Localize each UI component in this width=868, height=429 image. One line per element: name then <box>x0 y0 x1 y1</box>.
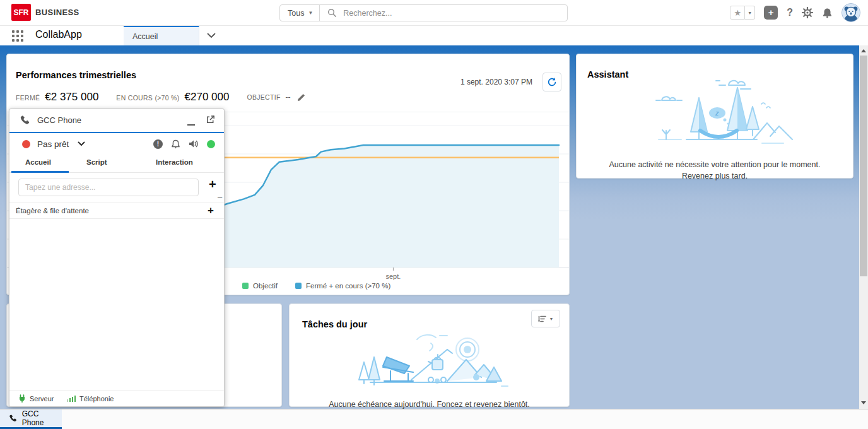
speaker-icon[interactable] <box>189 139 199 148</box>
phone-status-icons: ! <box>153 139 216 149</box>
main-content: Performances trimestrielles 1 sept. 2020… <box>0 45 868 409</box>
legend-objectif: Objectif <box>242 282 278 290</box>
metric-open-value: €270 000 <box>185 91 230 103</box>
phone-tab-interaction[interactable]: Interaction <box>156 158 193 166</box>
assistant-empty-message: Aucune activité ne nécessite votre atten… <box>594 159 835 182</box>
phone-status-label: Pas prêt <box>37 139 69 149</box>
phone-icon <box>19 115 30 126</box>
arrow-down-icon <box>861 401 866 404</box>
metric-open: EN COURS (>70 %) €270 000 <box>116 91 229 103</box>
svg-text:z: z <box>715 109 719 117</box>
assistant-card: Assistant <box>576 54 853 179</box>
scroll-down-button[interactable] <box>859 397 868 408</box>
phone-footer: Serveur Téléphonie <box>9 390 224 406</box>
refresh-button[interactable] <box>542 73 561 91</box>
app-nav-bar: CollabApp Accueil <box>0 25 868 45</box>
sort-icon <box>538 315 546 322</box>
metric-closed-label: FERMÉ <box>16 94 40 102</box>
global-header: SFR BUSINESS Tous ▼ ★ ▼ + ? <box>0 0 868 26</box>
utility-gcc-phone-item[interactable]: GCC Phone <box>0 409 62 429</box>
tab-dropdown-chevron-icon[interactable] <box>199 25 223 45</box>
phone-tabs: Accueil Script Interaction <box>9 155 224 173</box>
connection-status-dot <box>207 140 215 148</box>
legend-ferme-label: Fermé + en cours (>70 %) <box>306 282 390 290</box>
scroll-up-button[interactable] <box>859 45 868 56</box>
server-status: Serveur <box>18 394 54 403</box>
screen: SFR BUSINESS Tous ▼ ★ ▼ + ? <box>0 0 868 429</box>
tasks-title: Tâches du jour <box>302 319 367 329</box>
edit-goal-pencil-icon[interactable] <box>297 93 305 102</box>
help-icon[interactable]: ? <box>787 7 793 18</box>
utility-bar: GCC Phone <box>0 409 868 429</box>
telephony-label: Téléphonie <box>79 395 114 403</box>
plug-icon <box>18 394 26 403</box>
shelf-queue-row[interactable]: Étagère & file d'attente + <box>9 203 224 219</box>
info-icon[interactable]: ! <box>153 139 163 149</box>
app-name: CollabApp <box>35 29 82 40</box>
telephony-status: Téléphonie <box>67 395 114 403</box>
legend-swatch-blue <box>295 283 302 289</box>
search-scope-label: Tous <box>288 9 304 18</box>
phone-tab-accueil[interactable]: Accueil <box>25 158 51 166</box>
assistant-title: Assistant <box>587 69 628 79</box>
performance-metrics: FERMÉ €2 375 000 EN COURS (>70 %) €270 0… <box>16 91 305 103</box>
tasks-empty-message: Aucune échéance aujourd'hui. Foncez et r… <box>302 400 556 409</box>
minimize-icon[interactable] <box>187 124 195 126</box>
legend-ferme-en-cours: Fermé + en cours (>70 %) <box>295 282 390 290</box>
server-label: Serveur <box>30 395 54 403</box>
scrollbar-thumb[interactable] <box>860 56 867 276</box>
search-scope-dropdown[interactable]: Tous ▼ <box>280 5 320 21</box>
search-input[interactable] <box>337 9 567 18</box>
chevron-down-icon: ▼ <box>549 317 554 321</box>
phone-tab-script[interactable]: Script <box>86 158 107 166</box>
add-shelf-button[interactable]: + <box>208 204 214 217</box>
search-icon <box>327 8 337 18</box>
shelf-queue-label: Étagère & file d'attente <box>16 207 89 214</box>
favorite-star-icon[interactable]: ★ <box>730 6 745 20</box>
phone-panel-header: GCC Phone <box>9 109 224 133</box>
tasks-settings-button[interactable]: ▼ <box>531 310 560 327</box>
add-address-button[interactable]: + <box>209 177 216 192</box>
signal-bars-icon <box>67 396 76 402</box>
bell-icon[interactable] <box>171 139 180 149</box>
status-not-ready-dot <box>22 140 30 148</box>
gcc-phone-panel: GCC Phone Pas prêt ! <box>9 109 225 407</box>
metric-goal-value: -- <box>286 93 291 102</box>
legend-swatch-green <box>242 283 249 289</box>
tasks-card: Tâches du jour ▼ <box>289 303 570 407</box>
popout-icon[interactable] <box>206 115 215 124</box>
active-tab-underline <box>11 171 69 173</box>
vertical-scrollbar[interactable] <box>859 45 868 409</box>
arrow-up-icon <box>861 49 866 52</box>
performance-timestamp: 1 sept. 2020 3:07 PM <box>460 78 532 86</box>
global-actions-button[interactable]: + <box>764 6 778 20</box>
metric-closed: FERMÉ €2 375 000 <box>16 91 98 103</box>
favorites-dropdown-icon[interactable]: ▼ <box>745 6 755 20</box>
metric-goal-label: OBJECTIF <box>247 93 280 101</box>
user-avatar[interactable] <box>842 3 860 22</box>
sfr-logo: SFR <box>11 4 31 21</box>
address-input[interactable] <box>18 179 199 196</box>
assistant-empty-illustration: z <box>633 75 797 152</box>
tab-accueil[interactable]: Accueil <box>124 25 199 45</box>
performance-title: Performances trimestrielles <box>16 70 136 80</box>
favorites-group: ★ ▼ <box>730 6 755 20</box>
setup-gear-icon[interactable] <box>802 7 813 18</box>
collapse-handle-icon[interactable]: – <box>218 192 222 202</box>
chevron-down-icon: ▼ <box>308 10 313 16</box>
chart-x-tick-label: sept. <box>380 273 406 280</box>
tasks-empty-illustration <box>351 331 509 391</box>
tab-accueil-label: Accueil <box>132 32 158 41</box>
phone-panel-title: GCC Phone <box>37 115 81 125</box>
status-dropdown-chevron-icon[interactable] <box>78 141 85 146</box>
app-launcher-waffle-icon[interactable] <box>12 30 23 42</box>
chart-legend: Objectif Fermé + en cours (>70 %) <box>242 282 390 290</box>
brand-name: BUSINESS <box>35 8 79 17</box>
header-actions: ★ ▼ + ? <box>730 0 860 25</box>
global-search: Tous ▼ <box>279 4 568 21</box>
legend-objectif-label: Objectif <box>253 282 278 290</box>
metric-closed-value: €2 375 000 <box>45 91 98 103</box>
notifications-bell-icon[interactable] <box>822 8 833 18</box>
utility-item-label: GCC Phone <box>22 409 62 427</box>
metric-open-label: EN COURS (>70 %) <box>116 94 179 102</box>
